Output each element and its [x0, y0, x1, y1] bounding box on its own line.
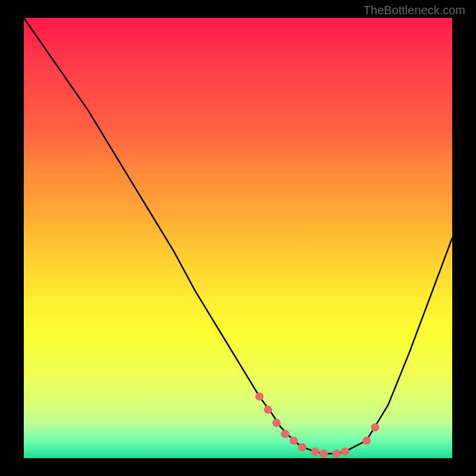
svg-point-3: [281, 430, 289, 438]
svg-point-11: [371, 423, 379, 431]
svg-point-9: [341, 447, 349, 456]
chart-svg: [24, 18, 452, 458]
svg-point-7: [320, 450, 328, 458]
svg-point-6: [311, 447, 320, 456]
svg-point-2: [273, 419, 281, 427]
svg-point-4: [290, 436, 298, 444]
bottleneck-curve: [24, 18, 452, 454]
highlight-markers: [255, 392, 379, 458]
svg-point-0: [255, 392, 264, 400]
svg-point-5: [298, 443, 306, 452]
svg-point-8: [333, 450, 341, 458]
svg-point-1: [264, 406, 272, 414]
svg-point-10: [362, 436, 371, 444]
watermark-text: TheBottleneck.com: [364, 4, 465, 17]
chart-plot-area: [24, 18, 452, 458]
